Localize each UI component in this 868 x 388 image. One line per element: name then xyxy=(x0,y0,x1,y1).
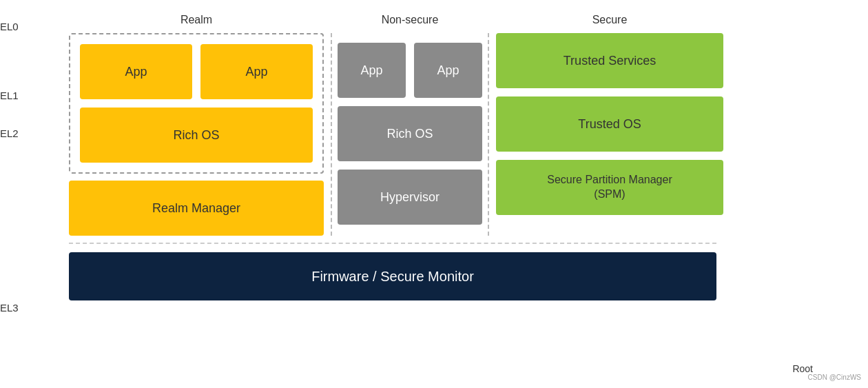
realm-header: Realm xyxy=(69,14,324,26)
firmware-row: Firmware / Secure Monitor xyxy=(69,252,847,300)
watermark: CSDN @CinzWS xyxy=(808,374,861,381)
realm-apps-row: App App xyxy=(80,44,313,99)
secure-trusted-services: Trusted Services xyxy=(496,33,723,88)
nonsecure-header: Non-secure xyxy=(331,14,489,26)
el0-label: EL0 xyxy=(0,21,19,32)
realm-manager: Realm Manager xyxy=(69,181,324,236)
ns-hypervisor: Hypervisor xyxy=(338,170,482,225)
realm-richos: Rich OS xyxy=(80,108,313,163)
realm-app1: App xyxy=(80,44,192,99)
realm-app2: App xyxy=(200,44,313,99)
ns-app2: App xyxy=(414,43,482,98)
secure-header: Secure xyxy=(496,14,723,26)
root-label: Root xyxy=(792,363,813,374)
diagram-container: Realm Non-secure Secure EL0 EL1 EL2 EL3 … xyxy=(0,0,868,388)
ns-app1: App xyxy=(338,43,406,98)
secure-trusted-os: Trusted OS xyxy=(496,96,723,152)
el3-label: EL3 xyxy=(0,302,19,314)
h-separator xyxy=(69,243,847,244)
el1-label: EL1 xyxy=(0,90,19,101)
main-rows: App App Rich OS Realm Manager App App xyxy=(69,33,847,236)
el2-label: EL2 xyxy=(0,127,19,139)
firmware-bar: Firmware / Secure Monitor xyxy=(69,252,716,300)
nonsecure-content: App App Rich OS Hypervisor xyxy=(331,33,489,225)
ns-apps-row: App App xyxy=(338,43,482,98)
column-headers: Realm Non-secure Secure xyxy=(69,14,847,26)
realm-column: App App Rich OS Realm Manager xyxy=(69,33,324,236)
nonsecure-column: App App Rich OS Hypervisor xyxy=(331,33,489,236)
secure-spm: Secure Partition Manager (SPM) xyxy=(496,160,723,215)
realm-dashed-region: App App Rich OS xyxy=(69,33,324,174)
ns-richos: Rich OS xyxy=(338,106,482,161)
secure-column: Trusted Services Trusted OS Secure Parti… xyxy=(496,33,723,236)
